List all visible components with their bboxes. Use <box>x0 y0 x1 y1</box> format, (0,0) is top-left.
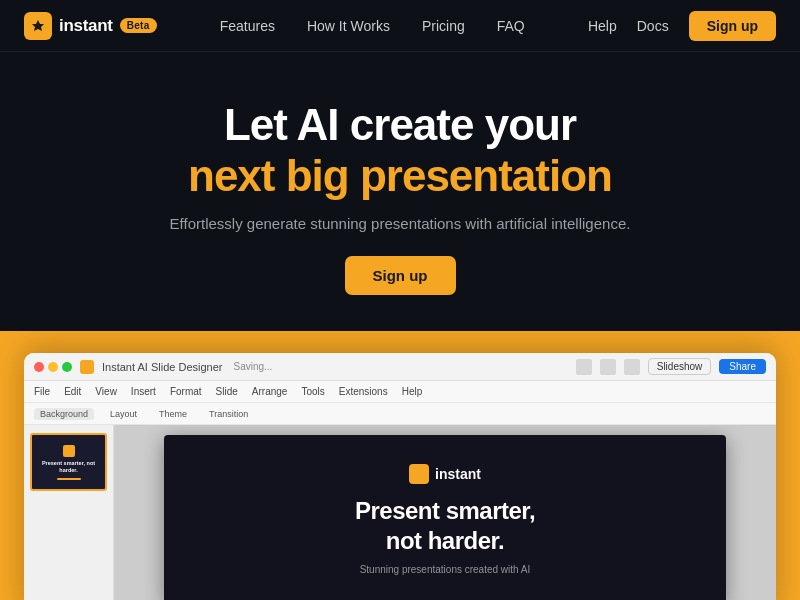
menu-tools[interactable]: Tools <box>301 386 324 397</box>
slide-subtext: Stunning presentations created with AI <box>360 564 531 575</box>
nav-faq[interactable]: FAQ <box>497 18 525 34</box>
toolbar-layout[interactable]: Layout <box>104 408 143 420</box>
slide-logo-text: instant <box>435 466 481 482</box>
bottom-section: Instant AI Slide Designer Saving... Slid… <box>0 331 800 600</box>
app-title: Instant AI Slide Designer <box>102 361 222 373</box>
app-body: Present smarter, not harder. instant Pre… <box>24 425 776 600</box>
menu-insert[interactable]: Insert <box>131 386 156 397</box>
slide-main: instant Present smarter, not harder. Stu… <box>164 435 727 600</box>
hero-title-line1: Let AI create your <box>20 100 780 151</box>
settings-icon <box>624 359 640 375</box>
minimize-dot <box>48 362 58 372</box>
clock-icon <box>576 359 592 375</box>
chat-icon <box>600 359 616 375</box>
slide-headline-line2: not harder. <box>386 527 505 554</box>
fullscreen-dot <box>62 362 72 372</box>
slide-headline-line1: Present smarter, <box>355 497 535 524</box>
menu-arrange[interactable]: Arrange <box>252 386 288 397</box>
menu-extensions[interactable]: Extensions <box>339 386 388 397</box>
logo[interactable]: instant Beta <box>24 12 157 40</box>
thumb-logo-icon <box>63 445 75 457</box>
menu-view[interactable]: View <box>95 386 117 397</box>
nav-how-it-works[interactable]: How It Works <box>307 18 390 34</box>
navbar-center: Features How It Works Pricing FAQ <box>220 18 525 34</box>
slides-panel: Present smarter, not harder. <box>24 425 114 600</box>
app-mockup: Instant AI Slide Designer Saving... Slid… <box>24 353 776 600</box>
thumb-title: Present smarter, not harder. <box>38 460 99 474</box>
logo-text: instant <box>59 16 113 36</box>
menu-edit[interactable]: Edit <box>64 386 81 397</box>
share-button[interactable]: Share <box>719 359 766 374</box>
navbar: instant Beta Features How It Works Prici… <box>0 0 800 52</box>
main-canvas: instant Present smarter, not harder. Stu… <box>114 425 776 600</box>
app-title-group: Instant AI Slide Designer Saving... <box>102 361 272 373</box>
hero-subtitle: Effortlessly generate stunning presentat… <box>20 215 780 232</box>
navbar-right: Help Docs Sign up <box>588 11 776 41</box>
slide-logo-icon <box>409 464 429 484</box>
menu-file[interactable]: File <box>34 386 50 397</box>
slide-headline: Present smarter, not harder. <box>355 496 535 556</box>
hero-section: Let AI create your next big presentation… <box>0 52 800 331</box>
app-status: Saving... <box>233 361 272 372</box>
toolbar-theme[interactable]: Theme <box>153 408 193 420</box>
menu-slide[interactable]: Slide <box>216 386 238 397</box>
beta-badge: Beta <box>120 18 157 33</box>
navbar-left: instant Beta <box>24 12 157 40</box>
hero-title-line2: next big presentation <box>20 151 780 202</box>
app-toolbar-icons: Slideshow Share <box>576 358 766 375</box>
toolbar-transition[interactable]: Transition <box>203 408 254 420</box>
menu-help[interactable]: Help <box>402 386 423 397</box>
hero-signup-button[interactable]: Sign up <box>345 256 456 295</box>
app-menubar: File Edit View Insert Format Slide Arran… <box>24 381 776 403</box>
app-small-icon <box>80 360 94 374</box>
nav-help[interactable]: Help <box>588 18 617 34</box>
logo-icon <box>24 12 52 40</box>
nav-features[interactable]: Features <box>220 18 275 34</box>
menu-format[interactable]: Format <box>170 386 202 397</box>
nav-signup-button[interactable]: Sign up <box>689 11 776 41</box>
slideshow-button[interactable]: Slideshow <box>648 358 712 375</box>
slide-thumbnail-1[interactable]: Present smarter, not harder. <box>30 433 107 491</box>
nav-docs[interactable]: Docs <box>637 18 669 34</box>
thumb-bar <box>57 478 81 480</box>
app-titlebar: Instant AI Slide Designer Saving... Slid… <box>24 353 776 381</box>
close-dot <box>34 362 44 372</box>
hero-cta: Sign up <box>345 256 456 295</box>
app-secondary-toolbar: Background Layout Theme Transition <box>24 403 776 425</box>
nav-pricing[interactable]: Pricing <box>422 18 465 34</box>
window-controls <box>34 362 72 372</box>
slide-logo-group: instant <box>409 464 481 484</box>
toolbar-background[interactable]: Background <box>34 408 94 420</box>
